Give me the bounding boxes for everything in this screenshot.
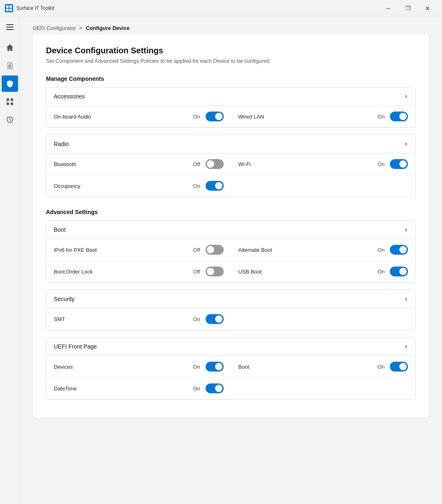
usb-boot-control: On	[378, 267, 408, 276]
svg-rect-3	[9, 9, 12, 11]
breadcrumb: UEFI Configurator > Configure Device	[20, 16, 442, 34]
title-bar-left: Surface IT Toolkit	[5, 4, 54, 12]
security-chevron: ∧	[404, 296, 408, 302]
boot-front-page-state: On	[378, 364, 387, 370]
app-title: Surface IT Toolkit	[16, 5, 54, 11]
radio-accordion: Radio ∧ Bluetooth Off	[46, 135, 416, 197]
ipv6-pxe-state: Off	[193, 247, 202, 253]
radio-label: Radio	[54, 141, 69, 147]
breadcrumb-parent[interactable]: UEFI Configurator	[33, 25, 76, 31]
setting-boot-front-page: Boot On	[231, 356, 416, 378]
apps-icon	[6, 98, 14, 106]
smt-control: On	[193, 314, 224, 324]
smt-toggle[interactable]	[206, 314, 224, 324]
app-layout: UEFI Configurator > Configure Device Dev…	[0, 16, 442, 504]
boot-order-lock-control: Off	[193, 267, 224, 276]
wifi-state: On	[378, 161, 387, 167]
maximize-button[interactable]: ❐	[398, 2, 417, 14]
devices-toggle[interactable]	[206, 362, 224, 372]
wired-lan-toggle[interactable]	[390, 112, 408, 121]
svg-rect-10	[11, 103, 13, 105]
ipv6-pxe-control: Off	[193, 245, 224, 255]
bluetooth-control: Off	[193, 159, 224, 169]
manage-components-section: Manage Components Accessories ∧ On-board…	[46, 75, 416, 197]
wired-lan-control: On	[378, 112, 408, 121]
accessories-accordion-header[interactable]: Accessories ∧	[46, 87, 415, 106]
svg-rect-1	[9, 5, 12, 8]
wired-lan-state: On	[378, 114, 387, 120]
radio-grid: Bluetooth Off Wi-Fi	[46, 153, 415, 197]
uefi-front-page-header[interactable]: UEFI Front Page ∧	[46, 338, 415, 356]
manage-components-header: Manage Components	[46, 75, 416, 82]
boot-accordion-header[interactable]: Boot ∧	[46, 221, 415, 239]
setting-bluetooth: Bluetooth Off	[46, 153, 231, 175]
updates-icon	[6, 116, 14, 124]
on-board-audio-toggle[interactable]	[206, 112, 224, 121]
radio-content: Bluetooth Off Wi-Fi	[46, 153, 415, 197]
on-board-audio-control: On	[193, 112, 224, 121]
breadcrumb-separator: >	[79, 25, 82, 31]
sidebar-item-documents[interactable]	[2, 57, 18, 74]
alternate-boot-state: On	[378, 247, 387, 253]
accessories-chevron: ∧	[404, 94, 408, 99]
sidebar-item-home[interactable]	[2, 39, 18, 56]
boot-front-page-label: Boot	[238, 364, 250, 370]
bluetooth-toggle[interactable]	[206, 159, 224, 169]
devices-label: Devices	[54, 364, 73, 370]
uefi-front-page-chevron: ∧	[404, 344, 408, 349]
sidebar-item-uefi[interactable]	[2, 75, 18, 92]
boot-content: IPv6 for PXE Boot Off	[46, 239, 415, 283]
close-button[interactable]: ✕	[418, 2, 437, 14]
usb-boot-toggle[interactable]	[390, 267, 408, 276]
sidebar-item-updates[interactable]	[2, 112, 18, 128]
home-icon	[6, 43, 14, 52]
datetime-control: On	[193, 383, 224, 393]
hamburger-button[interactable]	[2, 20, 18, 34]
svg-rect-8	[11, 98, 13, 101]
minimize-button[interactable]: ─	[379, 2, 398, 14]
advanced-settings-header: Advanced Settings	[46, 209, 416, 215]
alternate-boot-toggle[interactable]	[390, 245, 408, 255]
security-accordion-header[interactable]: Security ∧	[46, 290, 415, 308]
uefi-front-page-label: UEFI Front Page	[54, 343, 97, 350]
breadcrumb-current: Configure Device	[86, 25, 130, 31]
boot-front-page-toggle[interactable]	[390, 362, 408, 372]
boot-grid: IPv6 for PXE Boot Off	[46, 239, 415, 283]
page-subtitle: Set Component and Advanced Settings Poli…	[46, 58, 416, 64]
setting-usb-boot: USB Boot On	[231, 261, 416, 283]
smt-label: SMT	[54, 316, 65, 322]
advanced-settings-section: Advanced Settings Boot ∧ IPv6 for PXE Bo…	[46, 209, 416, 400]
setting-smt: SMT On	[46, 308, 231, 330]
sidebar	[0, 16, 20, 504]
shield-icon	[6, 80, 14, 88]
setting-wired-lan: Wired LAN On	[231, 106, 416, 128]
boot-chevron: ∧	[404, 227, 408, 233]
setting-ipv6-pxe: IPv6 for PXE Boot Off	[46, 239, 231, 261]
occupancy-toggle[interactable]	[206, 181, 224, 191]
datetime-toggle[interactable]	[206, 383, 224, 393]
svg-rect-6	[9, 68, 10, 68]
accessories-accordion: Accessories ∧ On-board Audio On	[46, 87, 416, 128]
boot-label: Boot	[54, 226, 66, 233]
boot-order-lock-toggle[interactable]	[206, 267, 224, 276]
uefi-front-page-grid: Devices On Boot	[46, 356, 415, 399]
radio-chevron: ∧	[404, 141, 408, 147]
boot-order-lock-state: Off	[193, 269, 202, 275]
page-title: Device Configuration Settings	[46, 46, 416, 55]
ipv6-pxe-toggle[interactable]	[206, 245, 224, 255]
svg-rect-2	[6, 9, 9, 11]
bluetooth-label: Bluetooth	[54, 161, 76, 167]
occupancy-state: On	[193, 183, 202, 189]
setting-devices: Devices On	[46, 356, 231, 378]
window-controls: ─ ❐ ✕	[379, 2, 437, 14]
wifi-toggle[interactable]	[390, 159, 408, 169]
content-area: UEFI Configurator > Configure Device Dev…	[20, 16, 442, 504]
document-icon	[6, 62, 14, 70]
setting-boot-order-lock: Boot Order Lock Off	[46, 261, 231, 283]
main-card: Device Configuration Settings Set Compon…	[33, 34, 429, 418]
svg-rect-5	[9, 66, 11, 67]
boot-front-page-control: On	[378, 362, 408, 372]
radio-accordion-header[interactable]: Radio ∧	[46, 135, 415, 153]
devices-control: On	[193, 362, 224, 372]
sidebar-item-apps[interactable]	[2, 94, 18, 110]
